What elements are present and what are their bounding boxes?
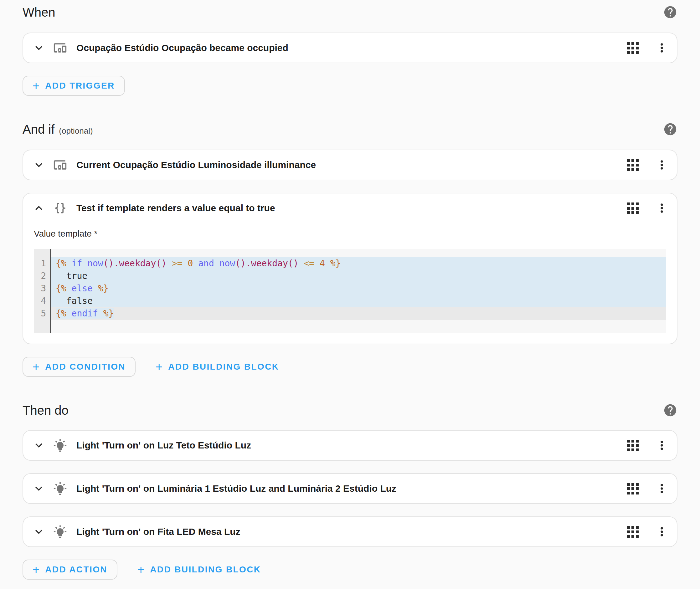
dots-vertical-icon[interactable] <box>655 201 669 215</box>
when-title: When <box>22 4 55 20</box>
value-template-label: Value template * <box>34 228 666 239</box>
add-trigger-button[interactable]: + ADD TRIGGER <box>22 76 125 96</box>
code-gutter <box>34 249 51 257</box>
action-card-2: Light 'Turn on' on Luminária 1 Estúdio L… <box>22 473 678 504</box>
help-icon <box>663 122 678 137</box>
add-building-block-label: ADD BUILDING BLOCK <box>168 362 279 372</box>
chevron-down-icon[interactable] <box>32 482 46 496</box>
drag-handle-icon[interactable] <box>627 526 639 538</box>
help-icon <box>663 5 678 19</box>
action-card-row[interactable]: Light 'Turn on' on Luz Teto Estúdio Luz <box>23 431 677 460</box>
add-trigger-label: ADD TRIGGER <box>45 81 115 91</box>
chevron-down-icon[interactable] <box>32 41 46 55</box>
devices-icon <box>53 158 67 172</box>
action-label: Light 'Turn on' on Fita LED Mesa Luz <box>76 527 240 537</box>
add-action-button[interactable]: + ADD ACTION <box>22 560 118 580</box>
when-section-header: When <box>22 4 678 22</box>
drag-handle-icon[interactable] <box>627 202 639 214</box>
condition-template-body: Value template * 1{% if now().weekday() … <box>23 228 677 344</box>
then-do-title: Then do <box>22 402 68 418</box>
and-if-help-button[interactable] <box>663 122 678 137</box>
dots-vertical-icon[interactable] <box>655 438 669 452</box>
trigger-card: Ocupação Estúdio Ocupação became occupie… <box>22 32 678 63</box>
condition-device-card-row[interactable]: Current Ocupação Estúdio Luminosidade il… <box>23 150 677 180</box>
chevron-down-icon[interactable] <box>32 525 46 539</box>
action-card-1: Light 'Turn on' on Luz Teto Estúdio Luz <box>22 430 678 461</box>
code-line[interactable]: 5{% endif %} <box>34 307 666 320</box>
editor-bottom-padding <box>34 320 666 333</box>
code-gutter <box>34 320 51 333</box>
code-lines: 1{% if now().weekday() >= 0 and now().we… <box>34 257 666 320</box>
devices-icon <box>53 41 67 55</box>
add-building-block-button-conditions[interactable]: + ADD BUILDING BLOCK <box>153 357 283 377</box>
help-icon <box>663 403 678 417</box>
dots-vertical-icon[interactable] <box>655 41 669 55</box>
code-editor[interactable]: 1{% if now().weekday() >= 0 and now().we… <box>34 249 666 333</box>
action-card-row[interactable]: Light 'Turn on' on Luminária 1 Estúdio L… <box>23 474 677 503</box>
code-line[interactable]: 3{% else %} <box>34 282 666 295</box>
drag-handle-icon[interactable] <box>627 42 639 54</box>
code-braces-icon <box>53 201 67 215</box>
condition-device-card: Current Ocupação Estúdio Luminosidade il… <box>22 150 678 180</box>
dots-vertical-icon[interactable] <box>655 158 669 172</box>
add-building-block-button-actions[interactable]: + ADD BUILDING BLOCK <box>134 560 264 580</box>
code-line[interactable]: 2 true <box>34 270 666 282</box>
lightbulb-on-icon <box>53 525 67 539</box>
plus-icon: + <box>32 80 39 92</box>
line-number: 2 <box>34 270 51 282</box>
and-if-optional-label: (optional) <box>59 126 93 136</box>
condition-template-card-row[interactable]: Test if template renders a value equal t… <box>23 193 677 223</box>
add-building-block-label: ADD BUILDING BLOCK <box>150 565 261 575</box>
chevron-down-icon[interactable] <box>32 158 46 172</box>
drag-handle-icon[interactable] <box>627 159 639 171</box>
drag-handle-icon[interactable] <box>627 440 639 451</box>
automation-editor: When Ocupação Estúdio Ocupação became oc… <box>0 0 700 580</box>
lightbulb-on-icon <box>53 438 67 452</box>
and-if-title: And if <box>22 122 54 137</box>
action-card-row[interactable]: Light 'Turn on' on Fita LED Mesa Luz <box>23 517 677 547</box>
plus-icon: + <box>156 361 163 373</box>
line-number: 4 <box>34 295 51 307</box>
line-number: 5 <box>34 307 51 320</box>
action-label: Light 'Turn on' on Luz Teto Estúdio Luz <box>76 440 251 451</box>
and-if-section-header: And if (optional) <box>22 122 678 140</box>
when-help-button[interactable] <box>663 5 678 19</box>
action-card-3: Light 'Turn on' on Fita LED Mesa Luz <box>22 517 678 547</box>
add-condition-button[interactable]: + ADD CONDITION <box>22 357 136 377</box>
add-action-label: ADD ACTION <box>45 565 108 575</box>
line-number: 3 <box>34 282 51 295</box>
condition-template-label: Test if template renders a value equal t… <box>76 203 275 213</box>
dots-vertical-icon[interactable] <box>655 482 669 496</box>
action-label: Light 'Turn on' on Luminária 1 Estúdio L… <box>76 483 396 494</box>
drag-handle-icon[interactable] <box>627 483 639 495</box>
then-do-help-button[interactable] <box>663 403 678 417</box>
trigger-label: Ocupação Estúdio Ocupação became occupie… <box>76 42 288 53</box>
chevron-down-icon[interactable] <box>32 438 46 452</box>
plus-icon: + <box>32 564 39 576</box>
lightbulb-on-icon <box>53 482 67 496</box>
add-condition-label: ADD CONDITION <box>45 362 126 372</box>
code-line[interactable]: 4 false <box>34 295 666 307</box>
code-line[interactable]: 1{% if now().weekday() >= 0 and now().we… <box>34 257 666 270</box>
line-number: 1 <box>34 257 51 270</box>
trigger-card-row[interactable]: Ocupação Estúdio Ocupação became occupie… <box>23 33 677 62</box>
plus-icon: + <box>138 564 144 576</box>
editor-top-padding <box>34 249 666 257</box>
plus-icon: + <box>32 361 39 373</box>
condition-template-card: Test if template renders a value equal t… <box>22 193 678 344</box>
condition-device-label: Current Ocupação Estúdio Luminosidade il… <box>76 160 316 170</box>
chevron-up-icon[interactable] <box>32 201 46 215</box>
then-do-section-header: Then do <box>22 402 678 421</box>
dots-vertical-icon[interactable] <box>655 525 669 539</box>
